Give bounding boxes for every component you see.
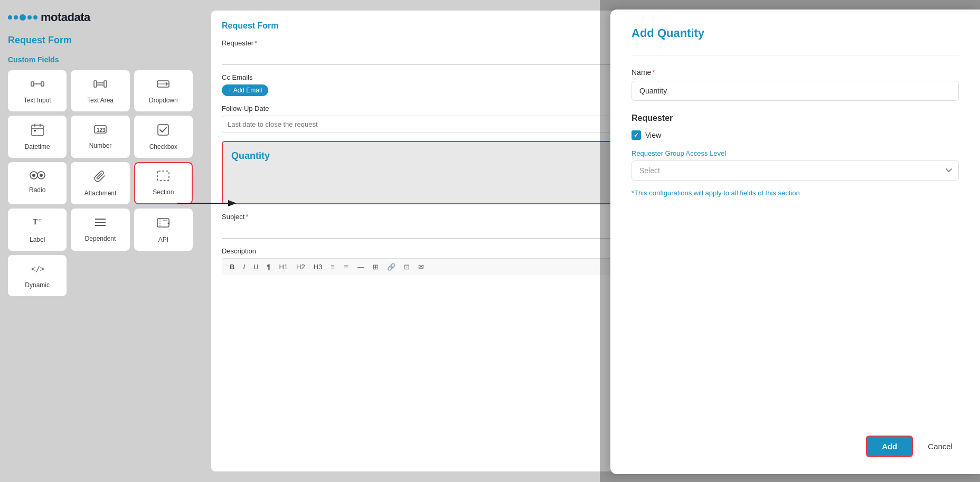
custom-fields-title: Custom Fields (8, 55, 193, 64)
svg-text:T: T (33, 218, 38, 226)
modal-name-group: Name* (632, 68, 959, 114)
toolbar-underline[interactable]: U (251, 262, 260, 272)
label-icon: T T (30, 216, 45, 233)
logo-dot-2 (14, 15, 18, 20)
logo-text: motadata (41, 11, 90, 24)
toolbar-table[interactable]: ⊞ (371, 262, 381, 272)
modal-title: Add Quantity (632, 26, 959, 40)
number-label: Number (89, 142, 112, 149)
text-input-icon (30, 78, 45, 93)
radio-icon (29, 169, 46, 183)
field-item-text-input[interactable]: Text Input (8, 70, 67, 111)
dropdown-icon (156, 78, 171, 93)
toolbar-h2[interactable]: H2 (294, 262, 307, 272)
fields-grid: Text Input Text Area (8, 70, 193, 296)
logo-dot-5 (33, 15, 37, 20)
config-note: *This configurations will apply to all f… (632, 189, 959, 197)
field-item-dropdown[interactable]: Dropdown (134, 70, 193, 111)
toolbar-list[interactable]: ≡ (328, 262, 337, 272)
svg-rect-0 (31, 82, 34, 86)
attachment-label: Attachment (84, 190, 117, 197)
toolbar-image[interactable]: ⊡ (402, 262, 412, 272)
datetime-label: Datetime (25, 143, 50, 150)
logo-dot-4 (27, 15, 32, 20)
attachment-icon (93, 169, 107, 186)
svg-point-18 (32, 174, 35, 177)
svg-rect-21 (157, 171, 169, 181)
dynamic-label: Dynamic (25, 281, 50, 289)
text-input-label: Text Input (24, 97, 51, 104)
cancel-button[interactable]: Cancel (921, 437, 959, 456)
label-field-label: Label (30, 236, 45, 243)
modal-name-input[interactable] (632, 81, 959, 101)
group-access-select[interactable]: Select (632, 160, 959, 181)
toolbar-h1[interactable]: H1 (277, 262, 290, 272)
add-email-button[interactable]: + Add Email (222, 84, 268, 96)
svg-rect-9 (32, 125, 43, 136)
field-item-text-area[interactable]: Text Area (71, 70, 129, 111)
svg-text:T: T (39, 218, 42, 223)
field-item-api[interactable]: API (134, 209, 193, 251)
modal-view-row: View (632, 130, 959, 140)
datetime-icon (31, 123, 44, 140)
field-item-datetime[interactable]: Datetime (8, 116, 67, 158)
modal-name-label: Name* (632, 68, 959, 77)
field-item-checkbox[interactable]: Checkbox (134, 116, 193, 158)
modal-footer: Add Cancel (632, 425, 959, 457)
number-icon: 123 (93, 123, 108, 139)
section-label: Section (153, 188, 174, 196)
toolbar-h3[interactable]: H3 (312, 262, 325, 272)
api-label: API (158, 236, 168, 243)
logo-dot-3 (20, 14, 26, 21)
field-item-radio[interactable]: Radio (8, 162, 67, 204)
dropdown-label: Dropdown (149, 97, 178, 104)
radio-label: Radio (29, 186, 45, 194)
field-item-number[interactable]: 123 Number (71, 116, 129, 158)
api-icon (156, 216, 171, 233)
page-title: Request Form (8, 35, 193, 46)
toolbar-email[interactable]: ✉ (416, 262, 426, 272)
svg-rect-4 (104, 81, 107, 87)
dependent-label: Dependent (85, 235, 116, 242)
modal-divider (632, 55, 959, 55)
toolbar-bold[interactable]: B (228, 262, 237, 272)
logo-dot-1 (8, 15, 12, 20)
svg-rect-13 (34, 130, 36, 131)
toolbar-italic[interactable]: I (241, 262, 247, 272)
add-button[interactable]: Add (866, 436, 913, 457)
toolbar-divider[interactable]: — (355, 262, 366, 272)
field-item-attachment[interactable]: Attachment (71, 162, 129, 204)
field-item-dynamic[interactable]: </> Dynamic (8, 255, 67, 296)
modal-overlay: Add Quantity Name* Requester View Reques… (600, 0, 980, 482)
svg-text:123: 123 (97, 127, 106, 133)
toolbar-ordered-list[interactable]: ≣ (341, 262, 351, 272)
checkbox-icon (156, 123, 170, 140)
group-access-label: Requester Group Access Level (632, 149, 959, 157)
field-item-section[interactable]: Section (134, 162, 193, 204)
text-area-label: Text Area (87, 97, 114, 104)
text-area-icon (93, 78, 108, 93)
svg-text:</>: </> (31, 264, 44, 273)
checkbox-label: Checkbox (149, 143, 177, 150)
dependent-icon (93, 216, 108, 232)
view-checkbox[interactable] (632, 130, 641, 140)
field-item-label[interactable]: T T Label (8, 209, 67, 251)
svg-rect-1 (41, 82, 44, 86)
modal-requester-heading: Requester (632, 114, 959, 123)
view-checkbox-label: View (645, 131, 661, 139)
svg-point-20 (40, 174, 43, 177)
section-icon (156, 169, 171, 185)
add-quantity-modal: Add Quantity Name* Requester View Reques… (610, 10, 980, 474)
svg-rect-27 (157, 219, 169, 227)
dynamic-icon: </> (30, 262, 45, 278)
logo-dots (8, 14, 37, 21)
toolbar-link[interactable]: 🔗 (385, 262, 398, 272)
svg-rect-3 (94, 81, 97, 87)
field-item-dependent[interactable]: Dependent (71, 209, 129, 251)
app-logo: motadata (8, 11, 193, 24)
toolbar-paragraph[interactable]: ¶ (265, 262, 272, 272)
